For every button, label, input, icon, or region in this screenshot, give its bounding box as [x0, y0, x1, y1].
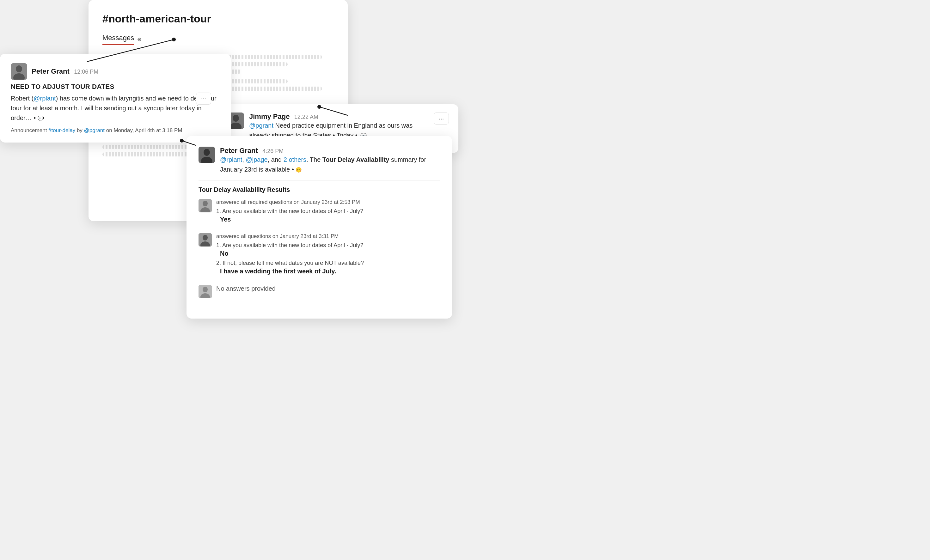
svg-point-13: [203, 149, 210, 156]
tab-row: Messages ⊕: [102, 34, 334, 45]
respondent-block-1: answered all required questions on Janua…: [199, 199, 440, 226]
section-divider: [199, 180, 440, 180]
message-actions-button[interactable]: ···: [196, 92, 211, 105]
respondent-avatar-2: [199, 233, 212, 246]
svg-point-10: [232, 115, 239, 122]
respondent-block-3: No answers provided: [199, 285, 440, 298]
sender-name: Peter Grant: [32, 67, 69, 75]
respondent-info-1: answered all required questions on Janua…: [216, 199, 440, 226]
announcement-label: Announcement: [11, 128, 48, 133]
mention-jpage[interactable]: @jpage: [246, 156, 268, 163]
qa-item-2-1: 1. Are you available with the new tour d…: [216, 242, 440, 257]
qa-item-2-2: 2. If not, please tell me what dates you…: [216, 260, 440, 275]
meta-date: on Monday, April 4th at 3:18 PM: [106, 128, 182, 133]
sender-name: Jimmy Page: [249, 112, 289, 120]
respondent-avatar-1: [199, 199, 212, 212]
svg-point-19: [203, 235, 208, 240]
meta-by: by: [77, 128, 84, 133]
respondent-info-2: answered all questions on January 23rd a…: [216, 233, 440, 277]
question-2-2: 2. If not, please tell me what dates you…: [216, 260, 440, 266]
no-answers-label: No answers provided: [216, 285, 440, 292]
respondent-meta-2: answered all questions on January 23rd a…: [216, 233, 440, 240]
respondent-block-2: answered all questions on January 23rd a…: [199, 233, 440, 277]
message-subject: NEED TO ADJUST TOUR DATES: [11, 83, 220, 91]
mention-others[interactable]: 2 others: [283, 156, 306, 163]
mention-pgrant[interactable]: @pgrant: [249, 122, 273, 129]
question-1: 1. Are you available with the new tour d…: [216, 208, 440, 215]
summary-header: Peter Grant 4:26 PM @rplant, @jpage, and…: [199, 147, 440, 174]
answer-1: Yes: [220, 216, 440, 223]
respondent-avatar-3: [199, 285, 212, 298]
messages-tab[interactable]: Messages: [102, 34, 134, 45]
summary-message-content: Peter Grant 4:26 PM @rplant, @jpage, and…: [220, 147, 440, 174]
tab-settings-icon: ⊕: [137, 36, 141, 42]
avatar: [11, 63, 27, 80]
svg-point-16: [203, 201, 208, 206]
message-timestamp: 4:26 PM: [262, 148, 283, 154]
summary-text: @rplant, @jpage, and 2 others. The Tour …: [220, 155, 440, 174]
channel-title: #north-american-tour: [102, 12, 334, 25]
message-body: Robert (@rplant) has come down with lary…: [11, 94, 220, 123]
sender-info: Jimmy Page 12:22 AM: [249, 112, 425, 121]
mention-rplant[interactable]: @rplant: [220, 156, 242, 163]
answer-2-1: No: [220, 250, 440, 257]
tour-delay-tag[interactable]: #tour-delay: [48, 128, 75, 133]
pgrant-link[interactable]: @pgrant: [84, 128, 105, 133]
respondent-meta-1: answered all required questions on Janua…: [216, 199, 440, 205]
respondent-info-3: No answers provided: [216, 285, 440, 292]
qa-item-1-1: 1. Are you available with the new tour d…: [216, 208, 440, 223]
peter-grant-message-card: Peter Grant 12:06 PM NEED TO ADJUST TOUR…: [0, 54, 231, 143]
summary-card: Peter Grant 4:26 PM @rplant, @jpage, and…: [186, 136, 452, 318]
sender-info: Peter Grant 4:26 PM: [220, 147, 440, 155]
svg-point-22: [203, 287, 208, 292]
sender-info: Peter Grant 12:06 PM: [32, 67, 98, 75]
reply-icon: 💬: [38, 116, 44, 121]
svg-point-7: [16, 65, 22, 72]
message-timestamp: 12:06 PM: [74, 69, 98, 75]
message-timestamp: 12:22 AM: [294, 114, 318, 120]
answer-2-2: I have a wedding the first week of July.: [220, 268, 440, 275]
sender-name: Peter Grant: [220, 147, 258, 155]
bold-text: Tour Delay Availability: [322, 156, 390, 163]
avatar: [199, 147, 215, 163]
question-2-1: 1. Are you available with the new tour d…: [216, 242, 440, 249]
message-header: Peter Grant 12:06 PM: [11, 63, 220, 80]
message-meta: Announcement #tour-delay by @pgrant on M…: [11, 128, 220, 134]
emoji-icon: 😊: [296, 167, 302, 172]
results-title: Tour Delay Availability Results: [199, 186, 440, 194]
message-actions-button[interactable]: ···: [434, 112, 449, 125]
and-others: and: [271, 156, 283, 163]
mention-rplant[interactable]: @rplant: [34, 95, 55, 102]
